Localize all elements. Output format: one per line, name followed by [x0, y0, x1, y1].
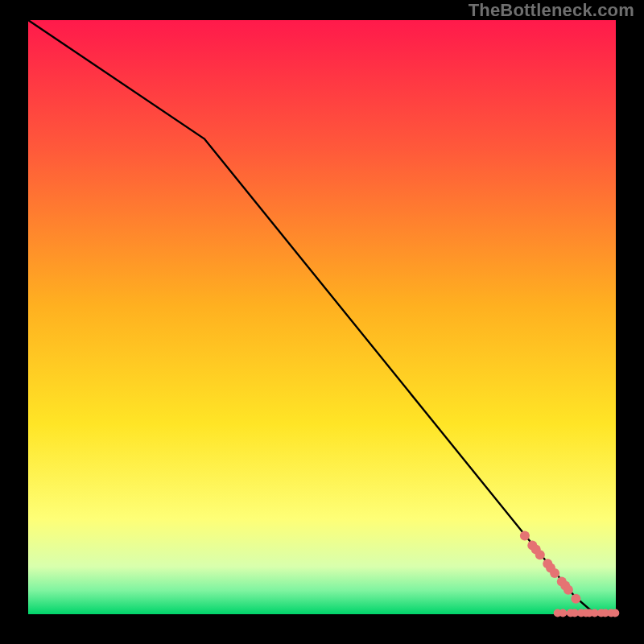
watermark-text: TheBottleneck.com [469, 0, 634, 21]
marker-dot [564, 585, 573, 595]
chart-svg [0, 0, 644, 644]
plot-area-gradient [28, 20, 616, 614]
marker-dot [611, 609, 619, 617]
marker-dot [520, 531, 530, 541]
chart-stage: TheBottleneck.com [0, 0, 644, 644]
marker-dot [535, 550, 545, 559]
marker-dot [559, 609, 567, 617]
marker-dot [571, 594, 580, 604]
marker-dot [550, 568, 559, 578]
